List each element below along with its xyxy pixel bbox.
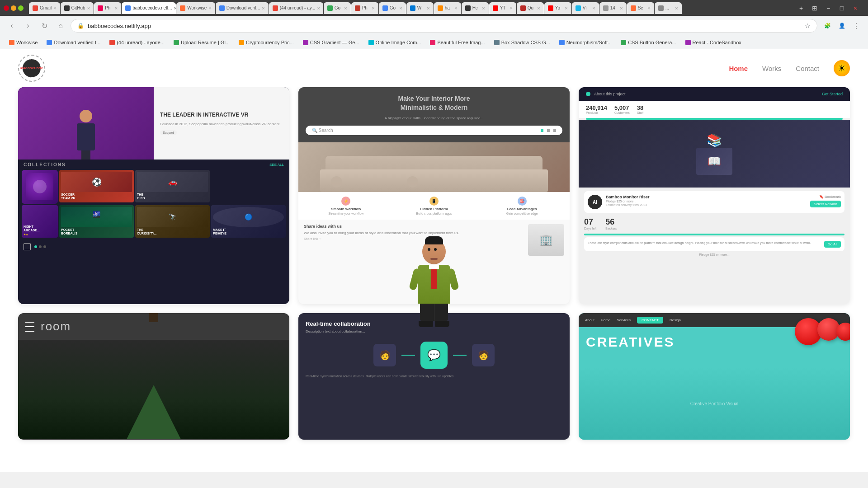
interior-sofa-area [298,142,570,192]
feature-icon-3: 🎯 [518,197,527,206]
tab-w[interactable]: W× [406,2,434,14]
bookmark-react[interactable]: React - CodeSandbox [682,39,745,46]
tab-ha[interactable]: ha× [434,2,461,14]
profile-avatar[interactable]: 👤 [835,19,848,32]
vr-game-large[interactable] [22,170,58,204]
bookmark-crypto[interactable]: Cryptocurrency Pric... [235,39,297,46]
tab-yt[interactable]: YT× [489,2,516,14]
bookmark-online-image[interactable]: Online Image Com... [365,39,425,46]
tab-vi[interactable]: Vi× [572,2,599,14]
new-tab-button[interactable]: + [796,3,807,14]
bookmark-beautiful[interactable]: Beautiful Free Imag... [426,39,488,46]
select-reward-btn[interactable]: Select Reward [810,201,841,207]
bookmark-favicon [239,40,244,45]
tab-babboecodes[interactable]: babboecodes.netl...× [122,2,176,14]
vr-game-fisheye[interactable]: 🔵 MAKE ITFISHEYE [211,205,286,238]
close-button[interactable] [4,5,9,11]
vr-game-night[interactable]: NIGHTARCADE... ★★ [22,205,58,238]
creatives-nav-services[interactable]: Services [617,318,631,322]
bookmark-resume[interactable]: Upload Resume | Gl... [170,39,233,46]
creatives-nav-home[interactable]: Home [601,318,610,322]
vr-game-car[interactable]: 🚗 THEGRID [135,170,210,202]
bookmark-css-btn[interactable]: CSS Button Genera... [617,39,679,46]
minimize-win-button[interactable]: − [823,3,834,14]
product-item-name: Bamboo Monitor Riser [606,195,807,199]
bookmark-neumorphism[interactable]: Neumorphism/Soft... [556,39,615,46]
nav-contact[interactable]: Contact [796,65,819,72]
tab-se[interactable]: Se× [627,2,654,14]
feature-icon-1: ⚡ [341,197,350,206]
creatives-nav-about[interactable]: About [585,318,594,322]
tab-hc[interactable]: Hc× [462,2,489,14]
bookmark-ayode[interactable]: (44 unread) - ayode... [106,39,168,46]
address-bar[interactable]: 🔒 babboecodes.netlify.app ☆ [71,19,817,33]
vr-game-curiosity[interactable]: 🔭 THECURIOSITY... [135,205,210,238]
stat-products-label: Products [586,111,607,114]
room-title: room [41,319,71,333]
vr-game-borealis[interactable]: 🌌 POCKETBOREALIS [59,205,134,238]
bookmark-workwise[interactable]: Workwise [5,39,41,46]
tab-ph2[interactable]: Ph× [351,2,378,14]
tab-workwise[interactable]: Workwise× [176,2,215,14]
bookmark-action[interactable]: 🔖 Bookmark [819,195,841,199]
extensions-button[interactable]: 🧩 [821,19,834,32]
creatives-nav-design[interactable]: Design [670,318,681,322]
browser-window: Gmail× GitHub× Ph× babboecodes.netl...× … [0,0,868,49]
collab-node-1: 🧑 [373,344,396,366]
creatives-visual: Creative Portfolio Visual [579,367,850,440]
tab-ph[interactable]: Ph× [94,2,121,14]
bookmark-favicon [47,40,52,45]
maximize-button[interactable] [18,5,24,11]
vr-checkbox[interactable] [24,243,31,250]
minimize-button[interactable] [11,5,16,11]
bookmark-box-shadow[interactable]: Box Shadow CSS G... [491,39,554,46]
tab-yo[interactable]: Yo× [544,2,571,14]
nav-home[interactable]: Home [729,65,748,72]
refresh-button[interactable]: ↻ [38,19,51,32]
bookmark-download[interactable]: Download verified t... [43,39,104,46]
bookmark-label: Download verified t... [54,40,100,45]
bookmark-favicon [621,40,626,45]
maximize-win-button[interactable]: □ [836,3,847,14]
bookmark-favicon [109,40,115,45]
vr-game-soccer[interactable]: ⚽ SOCCERTEAM VR [59,170,134,202]
share-link[interactable]: Share link → [304,237,524,240]
tab-go2[interactable]: Go× [379,2,406,14]
creatives-nav-contact[interactable]: CONTACT [637,317,663,324]
vr-night-stars: ★★ [24,233,56,236]
security-icon: 🔒 [77,23,84,29]
tab-qu[interactable]: Qu× [517,2,544,14]
go-all-btn[interactable]: Go All [824,241,841,248]
tab-download[interactable]: Download verif...× [216,2,269,14]
vr-see-all[interactable]: SEE ALL [269,163,284,167]
vr-borealis-img: 🌌 [61,207,132,227]
vr-dot-1 [34,245,37,248]
collab-line [401,355,415,356]
forward-button[interactable]: › [22,19,34,32]
profile-button[interactable]: ⊞ [809,3,820,14]
theme-toggle[interactable]: ☀ [834,60,850,76]
home-button[interactable]: ⌂ [54,19,67,32]
tab-go[interactable]: Go× [324,2,351,14]
product-item-bamboo: AI Bamboo Monitor Riser Pledge $25 or mo… [584,191,844,213]
tab-14[interactable]: 14× [599,2,627,14]
bookmark-favicon [430,40,435,45]
menu-button[interactable]: ⋮ [850,19,863,32]
vr-car-label: THEGRID [137,193,208,201]
stat-backers-num: 56 [605,217,617,227]
bookmark-css-gradient[interactable]: CSS Gradient — Ge... [299,39,363,46]
get-started-link[interactable]: Get Started [822,92,843,96]
interior-search[interactable]: 🔍 Search [306,126,562,135]
tab-github[interactable]: GitHub× [61,2,94,14]
bookmark-icon[interactable]: ☆ [805,22,811,29]
product-header-text: About this project [594,92,818,96]
tab-gmail[interactable]: Gmail× [29,2,60,14]
room-scene [18,340,289,439]
hamburger-menu[interactable] [25,322,34,332]
product-book: 📖 [696,148,732,175]
tab-more[interactable]: ...× [655,2,682,14]
back-button[interactable]: ‹ [5,19,18,32]
close-win-button[interactable]: × [850,3,861,14]
tab-ayode[interactable]: (44 unread) - ay...× [269,2,323,14]
nav-works[interactable]: Works [762,65,781,72]
